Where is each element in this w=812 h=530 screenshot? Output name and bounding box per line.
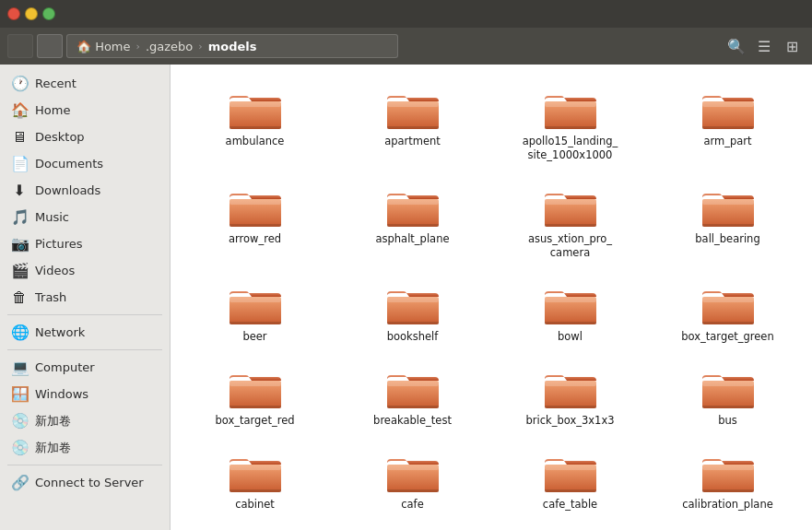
grid-view-button[interactable]: ⊞ [779,34,805,58]
file-item[interactable]: ball_bearing [653,177,803,267]
downloads-icon: ⬇ [11,182,28,199]
sidebar-item-connect[interactable]: 🔗 Connect to Server [0,469,170,496]
search-button[interactable]: 🔍 [724,34,749,58]
svg-rect-59 [702,489,754,492]
sidebar-separator-1 [7,314,162,315]
sidebar-item-newvol1[interactable]: 💿 新加卷 [0,407,170,434]
file-item[interactable]: cardboard_box [337,526,488,530]
file-label: beer [242,330,266,344]
svg-rect-7 [545,101,596,107]
folder-icon [700,87,756,131]
file-item[interactable]: cabinet [180,442,330,519]
file-item[interactable]: apollo15_landing_site_1000x1000 [495,79,645,170]
window-controls[interactable] [7,7,55,20]
sidebar-item-home[interactable]: 🏠 Home [0,97,170,124]
file-item[interactable]: bowl [495,275,645,351]
sidebar-item-trash[interactable]: 🗑 Trash [0,284,170,311]
computer-icon: 💻 [11,359,28,376]
file-label: calibration_plane [682,498,773,512]
sidebar-item-computer[interactable]: 💻 Computer [0,354,170,381]
svg-rect-58 [702,465,754,470]
file-item[interactable]: asphalt_plane [337,177,488,267]
file-item[interactable]: bookshelf [337,275,488,351]
svg-rect-46 [702,381,754,386]
sidebar-label-music: Music [35,210,69,224]
sidebar-item-documents[interactable]: 📄 Documents [0,150,170,177]
sidebar-item-music[interactable]: 🎵 Music [0,204,170,230]
svg-rect-31 [545,297,596,302]
breadcrumb-gazebo[interactable]: .gazebo [142,40,196,53]
folder-icon [543,450,598,494]
file-item[interactable]: box_target_red [180,359,330,435]
svg-rect-22 [702,199,754,205]
forward-button[interactable] [37,34,63,58]
svg-rect-11 [702,126,754,129]
file-item[interactable]: box_target_green [653,275,803,351]
sidebar-item-downloads[interactable]: ⬇ Downloads [0,177,170,204]
toolbar-view-icons: 🔍 ☰ ⊞ [724,34,805,58]
file-item[interactable]: cart_rigid_suspension [653,526,803,530]
sidebar-label-videos: Videos [35,264,75,277]
folder-icon [228,184,283,229]
svg-rect-29 [387,322,439,324]
file-item[interactable]: beer [180,275,330,351]
file-item[interactable]: ambulance [180,79,330,170]
breadcrumb-models[interactable]: models [205,40,261,53]
sidebar-item-recent[interactable]: 🕐 Recent [0,70,170,97]
svg-rect-14 [229,224,281,227]
file-item[interactable]: arrow_red [180,177,330,267]
sidebar-item-windows[interactable]: 🪟 Windows [0,381,170,407]
svg-rect-13 [229,199,281,205]
file-item[interactable]: arm_part [653,79,803,170]
file-item[interactable]: brick_box_3x1x3 [495,359,645,435]
svg-rect-1 [229,101,281,107]
breadcrumb-home[interactable]: 🏠 Home [73,40,135,53]
sidebar-separator-2 [7,349,162,350]
sidebar-item-videos[interactable]: 🎬 Videos [0,257,170,284]
svg-rect-53 [387,489,439,492]
svg-rect-40 [387,381,439,386]
file-label: apollo15_landing_site_1000x1000 [523,135,618,162]
folder-icon [385,87,441,131]
svg-rect-2 [229,126,281,129]
svg-rect-5 [387,126,439,129]
folder-icon [385,184,441,229]
back-button[interactable] [7,34,33,58]
file-item[interactable]: bus [653,359,803,435]
file-item[interactable]: camera [180,526,330,530]
sidebar-item-pictures[interactable]: 📷 Pictures [0,230,170,257]
toolbar: 🏠 Home › .gazebo › models 🔍 ☰ ⊞ [0,28,812,65]
file-item[interactable]: calibration_plane [653,442,803,519]
maximize-button[interactable] [42,7,55,20]
file-item[interactable]: apartment [337,79,488,170]
sidebar-label-documents: Documents [35,157,103,171]
trash-icon: 🗑 [11,289,28,306]
folder-icon [543,87,598,131]
file-item[interactable]: cafe_table [495,442,645,519]
close-button[interactable] [7,7,20,20]
file-label: brick_box_3x1x3 [525,414,614,428]
file-label: ball_bearing [695,232,759,246]
sidebar-label-downloads: Downloads [35,183,100,197]
folder-icon [385,450,441,494]
sidebar-label-connect: Connect to Server [35,476,144,489]
folder-icon [385,282,441,326]
sidebar-item-network[interactable]: 🌐 Network [0,319,170,346]
sidebar-item-desktop[interactable]: 🖥 Desktop [0,124,170,150]
file-item[interactable]: asus_xtion_pro_camera [495,177,645,267]
list-view-button[interactable]: ☰ [751,34,777,58]
folder-icon [543,184,598,229]
svg-rect-52 [387,465,439,470]
minimize-button[interactable] [25,7,38,20]
disk-icon-1: 💿 [11,412,28,430]
file-label: ambulance [226,135,285,148]
file-grid: ambulance apartment [171,65,812,530]
sidebar-item-newvol2[interactable]: 💿 新加卷 [0,434,170,461]
svg-rect-16 [387,199,439,205]
home-icon: 🏠 [11,101,28,119]
main-area: 🕐 Recent 🏠 Home 🖥 Desktop 📄 Documents ⬇ … [0,65,812,530]
file-label: box_target_green [681,330,773,344]
file-item[interactable]: cart_front_steer [495,526,645,530]
file-item[interactable]: cafe [337,442,488,519]
file-item[interactable]: breakable_test [337,359,488,435]
